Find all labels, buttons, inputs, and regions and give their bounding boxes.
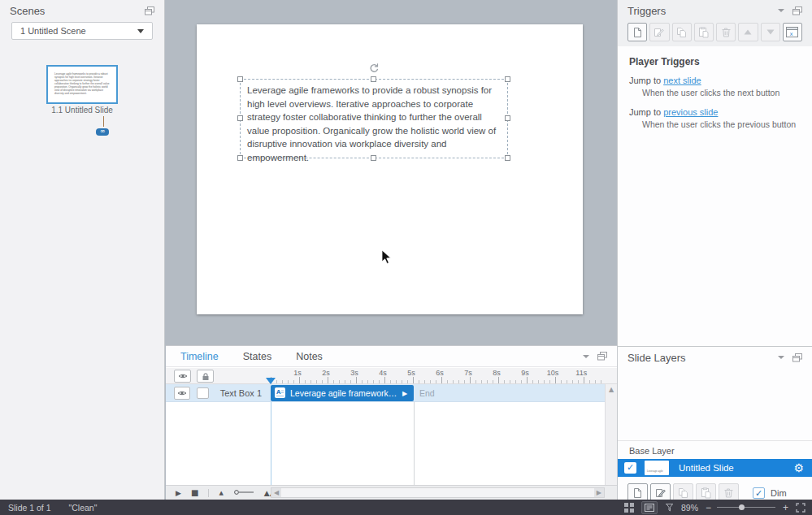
ruler-tick-label: 11s (575, 369, 587, 377)
dim-checkbox[interactable]: ✓ (753, 487, 765, 499)
mouse-cursor-icon (381, 249, 393, 269)
variables-icon: x (786, 27, 798, 37)
tab-states[interactable]: States (243, 351, 271, 362)
resize-handle[interactable] (237, 76, 243, 82)
trigger-target-link[interactable]: next slide (663, 76, 701, 85)
trigger-item[interactable]: Jump to next slide When the user clicks … (629, 76, 812, 97)
slide-thumbnail-text: Leverage agile frameworks to provide a r… (48, 67, 116, 95)
zoom-in-plus-icon[interactable]: + (783, 502, 788, 513)
zoom-out-minus-icon[interactable]: − (706, 502, 711, 513)
slide-thumbnail[interactable]: Leverage agile frameworks to provide a r… (46, 65, 118, 104)
copy-icon (676, 27, 688, 38)
storyline-app: Scenes 1 Untitled Scene Leverage agile f… (0, 0, 812, 515)
zoom-out-icon[interactable]: ▲ (219, 490, 223, 496)
stop-icon[interactable]: ■ (191, 488, 198, 497)
panel-menu-chevron-icon[interactable] (778, 356, 784, 359)
ruler-tick-label: 9s (521, 369, 529, 377)
tab-notes[interactable]: Notes (296, 351, 323, 362)
resize-handle[interactable] (505, 76, 510, 82)
timeline-row-text-box-1[interactable]: Text Box 1 A Leverage agile frameworks t… (166, 384, 605, 402)
scroll-up-icon[interactable]: ▲ (606, 384, 617, 396)
arrow-up-icon (744, 29, 752, 35)
resize-handle[interactable] (505, 155, 510, 161)
base-layer-heading: Base Layer (618, 440, 812, 459)
dropdown-chevron-icon (137, 29, 144, 33)
ruler-tick-label: 3s (350, 369, 358, 377)
slide-view-icon[interactable] (641, 501, 658, 514)
play-icon[interactable]: ▶ (176, 489, 181, 497)
fit-to-window-icon[interactable] (796, 503, 805, 513)
resize-handle[interactable] (237, 155, 243, 161)
panel-dock-icon[interactable] (792, 6, 802, 15)
row-lock-checkbox[interactable] (197, 387, 209, 399)
eye-icon (177, 390, 187, 396)
layer-properties-gear-icon[interactable]: ⚙ (793, 462, 804, 474)
rotate-handle-icon[interactable] (368, 62, 380, 76)
delete-trigger-button[interactable] (716, 23, 736, 41)
panel-menu-chevron-icon[interactable] (778, 9, 784, 12)
layer-row-untitled-slide[interactable]: ✓ Leverage agile frameworks to provide a… (618, 459, 812, 477)
scenes-panel: Scenes 1 Untitled Scene Leverage agile f… (0, 0, 165, 500)
timeline-horizontal-scrollbar[interactable]: ◀ ▶ (271, 487, 605, 498)
toggle-all-lock-button[interactable] (197, 370, 214, 383)
preview-icon[interactable] (665, 503, 674, 512)
tab-timeline[interactable]: Timeline (180, 351, 219, 362)
center-column: Leverage agile frameworks to provide a r… (166, 0, 617, 500)
panel-dock-icon[interactable] (792, 353, 802, 362)
zoom-slider-icon[interactable] (233, 489, 254, 497)
panel-dock-icon[interactable] (597, 352, 607, 361)
scroll-left-icon[interactable]: ◀ (271, 489, 281, 496)
edit-trigger-button[interactable] (649, 23, 669, 41)
zoom-level: 89% (681, 503, 698, 513)
slide-canvas-area: Leverage agile frameworks to provide a r… (166, 0, 617, 345)
row-visibility-button[interactable] (174, 387, 190, 400)
scroll-right-icon[interactable]: ▶ (594, 489, 604, 496)
slide[interactable]: Leverage agile frameworks to provide a r… (197, 24, 583, 314)
new-document-icon (632, 487, 643, 499)
panel-dock-icon[interactable] (145, 6, 154, 15)
zoom-slider-knob[interactable] (739, 504, 745, 510)
zoom-slider[interactable] (717, 504, 775, 511)
link-icon[interactable]: ∞ (96, 128, 109, 136)
toggle-all-visibility-button[interactable] (174, 370, 191, 383)
ruler-tick-label: 6s (436, 369, 444, 377)
new-trigger-button[interactable] (627, 23, 647, 41)
slide-thumbnail-label: 1.1 Untitled Slide (0, 106, 164, 115)
svg-text:x: x (790, 31, 793, 37)
copy-icon (678, 487, 689, 499)
ruler-tick-label: 4s (379, 369, 387, 377)
edit-icon (654, 27, 665, 38)
slide-state: "Clean" (69, 503, 98, 513)
layer-visibility-checkbox[interactable]: ✓ (624, 462, 636, 474)
playhead[interactable] (266, 378, 276, 384)
selected-text-box[interactable]: Leverage agile frameworks to provide a r… (240, 79, 508, 158)
resize-handle[interactable] (237, 115, 243, 121)
move-trigger-down-button[interactable] (761, 23, 780, 41)
bar-expand-arrow-icon[interactable]: ▶ (402, 390, 407, 397)
copy-trigger-button[interactable] (672, 23, 692, 41)
trigger-item[interactable]: Jump to previous slide When the user cli… (629, 107, 812, 129)
eye-icon (178, 373, 188, 379)
timeline-object-bar[interactable]: A Leverage agile frameworks to prov... ▶ (271, 385, 414, 401)
panel-menu-chevron-icon[interactable] (583, 355, 589, 358)
timeline-vertical-scrollbar[interactable]: ▲ (605, 384, 617, 485)
timeline-ruler[interactable]: 1s 2s 3s 4s 5s 6s 7s 8s 9s 10s 11s (271, 368, 604, 383)
text-box-icon: A (275, 387, 285, 400)
manage-variables-button[interactable]: x (783, 23, 802, 41)
scenes-panel-header: Scenes (0, 0, 164, 21)
scene-selector[interactable]: 1 Untitled Scene (11, 22, 153, 40)
layer-thumbnail: Leverage agile frameworks to provide a r… (645, 461, 669, 475)
move-trigger-up-button[interactable] (738, 23, 758, 41)
resize-handle[interactable] (371, 76, 376, 82)
paste-trigger-button[interactable] (694, 23, 714, 41)
resize-handle[interactable] (371, 155, 376, 161)
layers-list-empty-area (618, 368, 812, 440)
resize-handle[interactable] (505, 115, 510, 121)
story-view-icon[interactable] (624, 503, 634, 513)
trigger-action-prefix: Jump to (629, 107, 663, 117)
trigger-action-prefix: Jump to (629, 76, 663, 85)
timeline-header: 1s 2s 3s 4s 5s 6s 7s 8s 9s 10s 11s (166, 368, 617, 384)
ruler-tick-label: 7s (464, 369, 472, 377)
trigger-target-link[interactable]: previous slide (663, 107, 718, 117)
timeline-panel: Timeline States Notes 1s 2s 3s 4s (166, 345, 617, 500)
